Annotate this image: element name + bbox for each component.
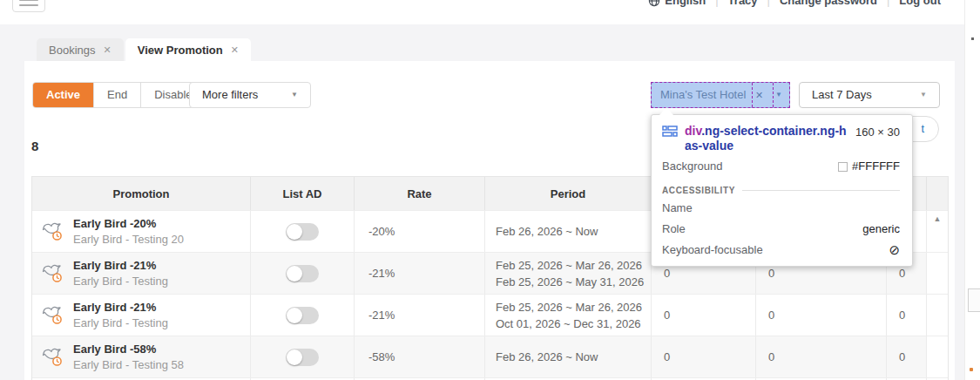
promotion-title: Early Bird -20%: [73, 216, 184, 232]
promotion-text: Early Bird -20%Early Bird - Testing 20: [73, 216, 184, 248]
chevron-down-icon: ▼: [291, 83, 298, 107]
column-header-promotion: Promotion: [32, 177, 250, 210]
period-value: Feb 25, 2026 ~ Mar 26, 2026: [496, 299, 642, 316]
stat-value: 0: [755, 295, 886, 336]
promotion-title: Early Bird -21%: [73, 258, 168, 274]
menu-separator: |: [887, 0, 889, 7]
topbar-item-english[interactable]: English: [648, 0, 706, 7]
rate-value: -21%: [354, 253, 484, 294]
list-ad-toggle[interactable]: [286, 223, 319, 241]
promotion-subtitle: Early Bird - Testing: [73, 316, 168, 331]
period-value: Oct 01, 2026 ~ Dec 31, 2026: [496, 316, 641, 332]
promotion-subtitle: Early Bird - Testing 58: [73, 357, 184, 373]
topbar-item-label: Change password: [780, 0, 877, 7]
tab-label: View Promotion: [138, 44, 223, 57]
column-header-scrollbar: [926, 177, 948, 210]
toggle-knob: [287, 266, 302, 282]
hamburger-menu-button[interactable]: [12, 0, 45, 12]
tab-label: Bookings: [49, 44, 95, 57]
element-selector: div.ng-select-container.ng-has-value: [685, 124, 848, 153]
chevron-down-icon: ▼: [920, 83, 927, 107]
period-value: Feb 26, 2026 ~ Now: [496, 223, 598, 240]
list-ad-cell: [250, 211, 354, 252]
close-icon[interactable]: ✕: [103, 44, 111, 56]
promotion-text: Early Bird -21%Early Bird - Testing: [73, 258, 168, 289]
topbar-item-change-password[interactable]: Change password: [780, 0, 877, 7]
promotion-cell: Early Bird -21%Early Bird - Testing: [32, 295, 250, 336]
stat-value: 0: [886, 336, 926, 377]
rate-value: -20%: [354, 211, 484, 252]
toggle-knob: [287, 224, 302, 240]
early-bird-icon: [42, 345, 64, 370]
ui-fragment: [970, 368, 973, 371]
promotion-cell: Early Bird -58%Early Bird - Testing 58: [32, 336, 250, 377]
early-bird-icon: [42, 303, 64, 328]
menu-separator: |: [767, 0, 770, 7]
accessibility-title: ACCESSIBILITY: [662, 186, 735, 195]
period-cell: Feb 25, 2026 ~ Mar 26, 2026Oct 01, 2026 …: [484, 295, 651, 336]
rate-value: -21%: [354, 295, 484, 336]
topbar-item-label: Log out: [899, 0, 941, 7]
background-value: #FFFFFF: [852, 159, 900, 174]
scrollbar-up-arrow[interactable]: ▲: [927, 214, 948, 223]
role-value: generic: [862, 221, 900, 237]
status-filter-group: ActiveEndDisable: [32, 82, 206, 108]
period-value: Feb 26, 2026 ~ Now: [496, 349, 598, 365]
promotion-text: Early Bird -58%Early Bird - Testing 58: [73, 342, 184, 373]
list-ad-toggle[interactable]: [286, 307, 319, 324]
date-range-select[interactable]: Last 7 Days ▼: [799, 82, 940, 108]
list-ad-cell: [250, 295, 354, 336]
ui-fragment: [971, 37, 974, 40]
promotion-title: Early Bird -21%: [73, 300, 168, 316]
topbar: English|Tracy|Change password|Log out: [0, 0, 964, 24]
scrollbar-track-cell[interactable]: [926, 253, 948, 294]
early-bird-icon: [42, 220, 64, 244]
keyboard-focusable-label: Keyboard-focusable: [662, 242, 763, 258]
tab-bookings[interactable]: Bookings✕: [37, 38, 124, 61]
topbar-item-tracy[interactable]: Tracy: [728, 0, 758, 7]
element-badge-icon: [662, 126, 678, 139]
column-header-rate: Rate: [354, 177, 484, 210]
toggle-knob: [287, 308, 302, 323]
date-range-value: Last 7 Days: [812, 88, 872, 101]
color-swatch: [838, 162, 848, 172]
close-icon[interactable]: ✕: [231, 44, 239, 56]
hotel-select-value: Mina's Test Hotel: [660, 88, 746, 101]
ui-fragment: [968, 288, 980, 312]
table-row[interactable]: Early Bird -58%Early Bird - Testing 58-5…: [32, 336, 948, 377]
tooltip-caret: [659, 107, 673, 115]
tab-bar: Bookings✕View Promotion✕: [37, 38, 251, 61]
more-filters-button[interactable]: More filters ▼: [189, 82, 311, 108]
globe-icon: [648, 0, 660, 7]
element-dimensions: 160 × 30: [855, 124, 900, 139]
topbar-item-label: English: [665, 0, 706, 7]
scrollbar-track-cell[interactable]: [926, 295, 948, 336]
stat-value: 0: [651, 336, 755, 377]
scrollbar-track-cell[interactable]: [926, 336, 948, 377]
list-ad-toggle[interactable]: [286, 349, 319, 366]
rate-value: -58%: [354, 336, 484, 377]
period-value: Feb 25, 2026 ~ Mar 26, 2026: [496, 257, 642, 274]
column-header-period: Period: [484, 177, 651, 210]
name-label: Name: [662, 200, 693, 216]
promotion-cell: Early Bird -20%Early Bird - Testing 20: [32, 211, 250, 252]
blocked-icon: ⊘: [889, 242, 900, 258]
chevron-down-icon[interactable]: ▼: [775, 83, 782, 107]
list-ad-toggle[interactable]: [286, 265, 319, 282]
tab-view-promotion[interactable]: View Promotion✕: [125, 38, 251, 61]
stat-value: 0: [651, 295, 755, 336]
period-cell: Feb 26, 2026 ~ Now: [484, 211, 651, 252]
promotion-subtitle: Early Bird - Testing 20: [73, 232, 184, 248]
selector-tag: div: [685, 124, 701, 138]
role-label: Role: [662, 221, 686, 237]
filter-end[interactable]: End: [93, 83, 140, 107]
hotel-select[interactable]: Mina's Test Hotel ✕ ▼: [651, 82, 790, 108]
table-row[interactable]: Early Bird -21%Early Bird - Testing-21%F…: [32, 294, 948, 336]
stat-value: 0: [755, 336, 886, 377]
user-menu: English|Tracy|Change password|Log out: [648, 0, 941, 7]
filter-active[interactable]: Active: [33, 83, 93, 107]
topbar-item-log-out[interactable]: Log out: [899, 0, 941, 7]
devtools-tooltip: div.ng-select-container.ng-has-value 160…: [651, 114, 913, 267]
clear-selection-icon[interactable]: ✕: [755, 83, 763, 107]
promotion-cell: Early Bird -21%Early Bird - Testing: [32, 253, 250, 294]
